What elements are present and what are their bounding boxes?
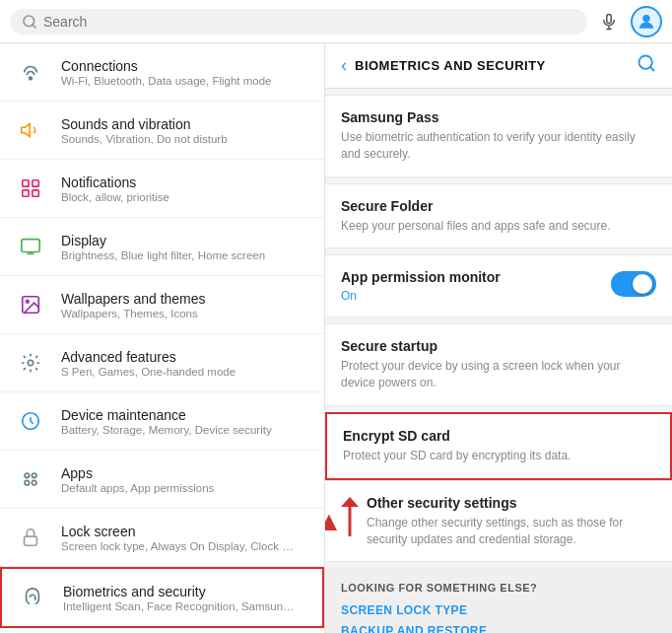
sidebar-item-advanced[interactable]: Advanced features S Pen, Games, One-hand… <box>0 334 324 392</box>
other-security-arrow <box>341 497 359 540</box>
lockscreen-sub: Screen lock type, Always On Display, Clo… <box>61 540 298 552</box>
mic-button[interactable] <box>593 6 625 37</box>
svg-point-16 <box>26 300 29 303</box>
svg-point-22 <box>32 480 36 485</box>
apps-sub: Default apps, App permissions <box>61 482 214 494</box>
maintenance-title: Device maintenance <box>61 407 272 423</box>
wallpapers-text: Wallpapers and themes Wallpapers, Themes… <box>61 291 206 319</box>
samsung-pass-section[interactable]: Samsung Pass Use biometric authenticatio… <box>325 95 672 177</box>
search-bar[interactable] <box>10 9 587 35</box>
svg-rect-10 <box>23 190 29 196</box>
sidebar-item-wallpapers[interactable]: Wallpapers and themes Wallpapers, Themes… <box>0 276 324 334</box>
sidebar-item-notifications[interactable]: Notifications Block, allow, prioritise <box>0 160 324 218</box>
samsung-pass-title: Samsung Pass <box>341 109 656 125</box>
screen-lock-link[interactable]: SCREEN LOCK TYPE <box>341 603 656 617</box>
panel-header-left: ‹ BIOMETRICS AND SECURITY <box>341 55 546 76</box>
backup-restore-link[interactable]: BACKUP AND RESTORE <box>341 624 656 633</box>
connections-icon <box>14 55 47 89</box>
main-layout: Connections Wi-Fi, Bluetooth, Data usage… <box>0 43 672 633</box>
sounds-icon <box>14 113 47 147</box>
sounds-title: Sounds and vibration <box>61 116 228 132</box>
svg-marker-27 <box>341 497 359 507</box>
notifications-sub: Block, allow, prioritise <box>61 191 169 203</box>
other-security-section[interactable]: ▲ Other security settings Change other s… <box>325 480 672 563</box>
secure-startup-section[interactable]: Secure startup Protect your device by us… <box>325 323 672 406</box>
other-security-text: Other security settings Change other sec… <box>367 495 656 548</box>
other-security-desc: Change other security settings, such as … <box>367 515 656 548</box>
sidebar-item-display[interactable]: Display Brightness, Blue light filter, H… <box>0 218 324 276</box>
secure-folder-title: Secure Folder <box>341 198 656 214</box>
search-icon <box>22 14 37 30</box>
svg-point-5 <box>643 15 650 22</box>
app-permission-title: App permission monitor <box>341 269 599 285</box>
app-permission-status: On <box>341 289 599 303</box>
app-permission-text: App permission monitor On <box>341 269 599 303</box>
toggle-container <box>611 271 656 301</box>
sidebar-item-sounds[interactable]: Sounds and vibration Sounds, Vibration, … <box>0 102 324 160</box>
sidebar: Connections Wi-Fi, Bluetooth, Data usage… <box>0 43 325 633</box>
samsung-pass-desc: Use biometric authentication to verify y… <box>341 129 656 163</box>
app-permission-toggle[interactable] <box>611 271 656 297</box>
search-input[interactable] <box>43 14 575 30</box>
sidebar-item-apps[interactable]: Apps Default apps, App permissions <box>0 451 324 509</box>
panel-search-icon[interactable] <box>637 53 656 78</box>
biometrics-title: Biometrics and security <box>63 584 300 599</box>
sidebar-item-lockscreen[interactable]: Lock screen Screen lock type, Always On … <box>0 509 324 567</box>
secure-folder-desc: Keep your personal files and apps safe a… <box>341 218 656 235</box>
maintenance-sub: Battery, Storage, Memory, Device securit… <box>61 424 272 436</box>
top-bar <box>0 0 672 43</box>
connections-text: Connections Wi-Fi, Bluetooth, Data usage… <box>61 58 272 87</box>
display-sub: Brightness, Blue light filter, Home scre… <box>61 249 265 261</box>
looking-title: LOOKING FOR SOMETHING ELSE? <box>341 582 656 594</box>
apps-title: Apps <box>61 465 214 481</box>
display-text: Display Brightness, Blue light filter, H… <box>61 233 265 261</box>
wallpapers-icon <box>14 288 47 321</box>
notifications-text: Notifications Block, allow, prioritise <box>61 175 169 203</box>
lockscreen-title: Lock screen <box>61 524 298 539</box>
advanced-sub: S Pen, Games, One-handed mode <box>61 366 235 378</box>
panel-title: BIOMETRICS AND SECURITY <box>355 58 546 73</box>
biometrics-sub: Intelligent Scan, Face Recognition, Sams… <box>63 600 300 612</box>
encrypt-sd-section[interactable]: Encrypt SD card Protect your SD card by … <box>325 412 672 480</box>
notifications-title: Notifications <box>61 175 169 190</box>
app-permission-section[interactable]: App permission monitor On <box>325 254 672 317</box>
notifications-icon <box>14 172 47 205</box>
sidebar-item-maintenance[interactable]: Device maintenance Battery, Storage, Mem… <box>0 392 324 451</box>
biometrics-icon <box>16 581 49 614</box>
avatar-button[interactable] <box>631 6 662 37</box>
red-arrow-icon: ▲ <box>325 508 343 535</box>
connections-sub: Wi-Fi, Bluetooth, Data usage, Flight mod… <box>61 75 272 87</box>
panel-header: ‹ BIOMETRICS AND SECURITY <box>325 43 672 89</box>
encrypt-sd-title: Encrypt SD card <box>343 428 654 444</box>
lockscreen-text: Lock screen Screen lock type, Always On … <box>61 524 298 552</box>
secure-folder-section[interactable]: Secure Folder Keep your personal files a… <box>325 183 672 249</box>
display-icon <box>14 230 47 263</box>
person-icon <box>637 12 656 32</box>
secure-startup-title: Secure startup <box>341 338 656 354</box>
apps-icon <box>14 462 47 496</box>
lockscreen-icon <box>14 521 47 554</box>
svg-point-19 <box>25 473 30 478</box>
right-panel: ‹ BIOMETRICS AND SECURITY Samsung Pass U… <box>325 43 672 633</box>
mic-icon <box>600 13 618 31</box>
svg-point-21 <box>25 480 30 485</box>
svg-point-17 <box>28 360 34 366</box>
sounds-text: Sounds and vibration Sounds, Vibration, … <box>61 116 228 145</box>
wallpapers-title: Wallpapers and themes <box>61 291 206 307</box>
looking-card: LOOKING FOR SOMETHING ELSE? SCREEN LOCK … <box>325 568 672 633</box>
apps-text: Apps Default apps, App permissions <box>61 465 214 494</box>
biometrics-text: Biometrics and security Intelligent Scan… <box>63 584 300 612</box>
sidebar-item-biometrics[interactable]: Biometrics and security Intelligent Scan… <box>0 567 324 628</box>
advanced-icon <box>14 346 47 380</box>
other-security-title: Other security settings <box>367 495 656 511</box>
svg-line-1 <box>33 25 35 28</box>
connections-title: Connections <box>61 58 272 74</box>
sidebar-item-connections[interactable]: Connections Wi-Fi, Bluetooth, Data usage… <box>0 43 324 102</box>
svg-rect-23 <box>25 536 37 545</box>
svg-rect-11 <box>33 190 38 196</box>
display-title: Display <box>61 233 265 248</box>
secure-startup-desc: Protect your device by using a screen lo… <box>341 358 656 391</box>
maintenance-icon <box>14 404 47 438</box>
toggle-slider <box>611 271 656 297</box>
back-button[interactable]: ‹ <box>341 55 347 76</box>
